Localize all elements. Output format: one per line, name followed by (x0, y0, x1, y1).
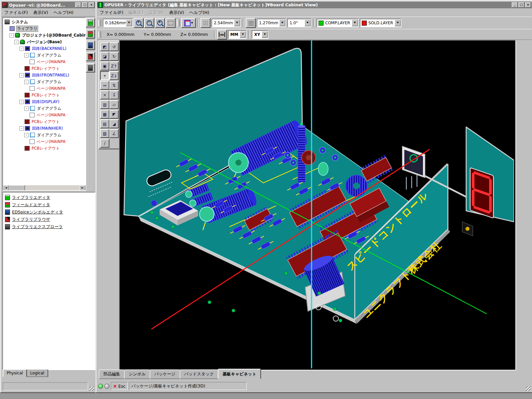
chevron-down-icon[interactable]: ▼ (279, 20, 285, 26)
stretch-button[interactable]: ↔ (100, 81, 109, 90)
menu-表示(V)[interactable]: 表示(V) (31, 9, 51, 16)
chevron-down-icon[interactable]: ▼ (352, 20, 358, 26)
menu-ファイル(F)[interactable]: ファイル(F) (2, 9, 31, 16)
snap-grid-button[interactable] (200, 18, 210, 28)
close-icon[interactable]: × (88, 2, 94, 8)
edspice-symbol-editor-button[interactable] (86, 41, 95, 50)
tree-item[interactable]: システム (3, 19, 85, 25)
tab-シンボル[interactable]: シンボル (124, 369, 150, 379)
tree-expand-toggle[interactable]: - (24, 106, 29, 111)
maximize-icon[interactable]: □ (82, 2, 88, 8)
quick-link[interactable]: ライブラリブラウザ (3, 216, 95, 223)
tree-item[interactable]: -ダイアグラム (3, 105, 85, 112)
esc-button[interactable]: × Esc (111, 382, 128, 390)
move-button[interactable]: + (100, 71, 109, 80)
corner-br-button[interactable]: ◢ (109, 119, 119, 128)
tree-item[interactable]: -回路(DISPLAY) (3, 98, 85, 105)
chevron-down-icon[interactable]: ▼ (240, 31, 246, 38)
tree-item[interactable]: -回路(BACKPANEL) (3, 45, 85, 52)
tree-item[interactable]: PCBレイアウト (3, 65, 85, 72)
chevron-down-icon[interactable]: ▼ (395, 20, 401, 26)
z-down-button[interactable]: Z↓ (109, 71, 119, 80)
display-grid-combo[interactable]: 1.270mm ▼ (257, 19, 286, 27)
paste-button[interactable]: ◪ (100, 52, 109, 61)
tree-item[interactable]: -回路(MAINHIER) (3, 125, 85, 132)
left-titlebar[interactable]: Opuser -vi: @3DBoard... _ □ × (2, 2, 95, 8)
chevron-down-icon[interactable]: ▼ (234, 20, 240, 26)
library-editor-button[interactable] (86, 18, 95, 27)
measure-button[interactable]: ↔ (217, 30, 227, 40)
tree-item[interactable]: -回路(FRONTPANEL) (3, 72, 85, 78)
resize-grip[interactable] (526, 386, 531, 391)
zoom-extents-button[interactable]: + (155, 18, 165, 28)
quick-link[interactable]: フィールドエディタ (3, 201, 95, 208)
chevron-down-icon[interactable]: ▼ (305, 20, 311, 26)
minimize-icon[interactable]: _ (512, 2, 518, 8)
tree-item[interactable]: -ダイアグラム (3, 132, 85, 138)
rotate-step-combo[interactable]: 1.0° ▼ (287, 19, 311, 27)
zoom-out-button[interactable]: − (144, 18, 154, 28)
tree-expand-toggle[interactable]: - (19, 126, 24, 131)
tree-item[interactable]: ページ(MAINPA (3, 59, 85, 65)
scrollbar-thumb[interactable] (9, 185, 25, 191)
comp-layer-select[interactable]: COMP.LAYER ▼ (317, 19, 358, 27)
toolbar-grip[interactable] (98, 31, 101, 38)
scroll-left-icon[interactable]: ◄ (3, 185, 9, 191)
snap-grid-combo[interactable]: 2.540mm ▼ (211, 19, 241, 27)
tree-item[interactable]: PCBレイアウト (3, 145, 85, 152)
chevron-down-icon[interactable]: ▼ (262, 31, 268, 38)
tab-パッドスタック[interactable]: パッドスタック (180, 369, 219, 379)
tree-item[interactable]: PCBレイアウト (3, 118, 85, 125)
resize-grip[interactable] (89, 386, 94, 391)
minimize-icon[interactable]: _ (75, 2, 81, 8)
open-button[interactable]: ▤ (100, 119, 109, 128)
field-editor-button[interactable] (86, 29, 95, 39)
tree-item[interactable]: -バージョン(Base) (3, 39, 85, 45)
toolbar-grip[interactable] (98, 20, 101, 26)
tab-logical[interactable]: Logical (26, 369, 48, 377)
menu-ヘルプ(H)[interactable]: ヘルプ(H) (51, 9, 76, 16)
plane-select[interactable]: XY ▼ (252, 30, 268, 39)
tree-expand-toggle[interactable]: - (9, 33, 14, 38)
copy-button[interactable]: ▣ (100, 62, 109, 70)
tree-expand-toggle[interactable]: - (24, 53, 29, 58)
tree-item[interactable]: -プロジェクト(@3DBoard_Cabin (3, 32, 85, 39)
zoom-scale-combo[interactable]: 0.1626mm ▼ (103, 19, 133, 27)
tab-physical[interactable]: Physical (3, 369, 27, 377)
scroll-right-icon[interactable]: ► (79, 185, 85, 191)
tab-部品編集[interactable]: 部品編集 (99, 369, 125, 379)
properties-button[interactable]: ▧ (100, 129, 109, 138)
component-button[interactable]: ▦ (100, 110, 109, 119)
tree-expand-toggle[interactable]: - (24, 133, 29, 137)
tree-item[interactable]: ページ(MAINPA (3, 112, 85, 118)
library-explorer-button[interactable] (86, 63, 95, 72)
quick-link[interactable]: ライブラリエディタ (3, 194, 95, 201)
tree-item[interactable]: -ダイアグラム (3, 52, 85, 59)
library-browser-button[interactable] (86, 52, 95, 61)
plane-button[interactable]: ▱ (109, 100, 119, 109)
menu-ヘルプ(H)[interactable]: ヘルプ(H) (187, 9, 212, 16)
display-grid-button[interactable] (246, 18, 256, 28)
sold-layer-select[interactable]: SOLD.LAYER ▼ (360, 19, 401, 27)
board-cabinet-3d-canvas[interactable]: スピードコントロール ユニクラフト株式会社 (120, 41, 514, 368)
quick-link[interactable]: ライブラリエクスプローラ (3, 223, 95, 230)
tab-パッケージ[interactable]: パッケージ (150, 369, 180, 379)
chevron-down-icon[interactable]: ▼ (126, 20, 132, 26)
maximize-icon[interactable]: □ (518, 2, 524, 8)
menu-編集(E)[interactable]: 編集(E) (126, 9, 146, 16)
tree-expand-toggle[interactable]: - (14, 40, 19, 44)
delete-button[interactable]: × (100, 90, 109, 99)
tree-item[interactable]: PCBレイアウト (3, 92, 85, 98)
pan-view-button[interactable]: ▼ (181, 18, 196, 28)
tree-item[interactable]: -ダイアグラム (3, 78, 85, 85)
rotate-cw-button[interactable]: ↻ (109, 52, 119, 61)
main-titlebar[interactable]: OPUSER - ライブラリエディタ (編集 基板キャビネット : [New 基… (97, 2, 532, 8)
tree-item[interactable]: ページ(MAINPA (3, 85, 85, 92)
menu-設定(R)[interactable]: 設定(R) (146, 9, 166, 16)
quick-link[interactable]: EDSpiceシンボルエディタ (3, 208, 95, 216)
close-icon[interactable]: × (525, 2, 531, 8)
tree-expand-toggle[interactable]: - (19, 100, 24, 104)
tree-horizontal-scrollbar[interactable]: ◄ ► (3, 185, 85, 190)
zoom-window-button[interactable] (166, 18, 176, 28)
menu-ファイル(F)[interactable]: ファイル(F) (97, 9, 126, 16)
